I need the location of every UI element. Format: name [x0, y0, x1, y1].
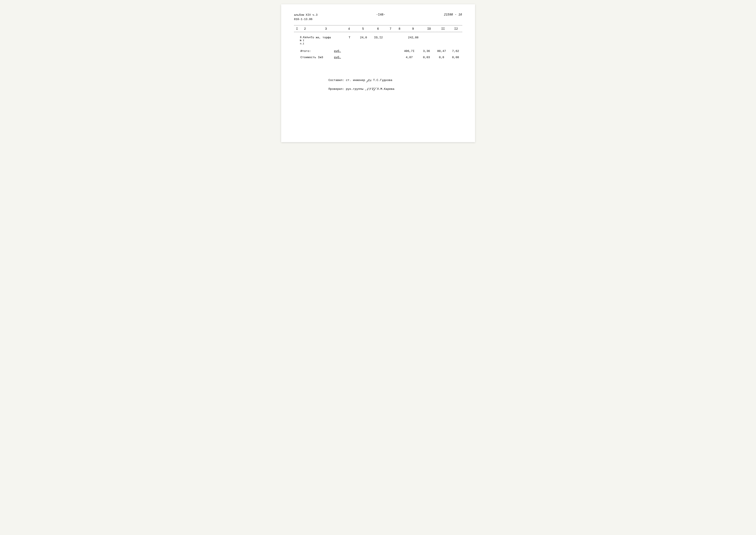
footer-area: Составил: ст. инженер 𝒻𝑡𝑛 Т.С.Гудкова Пр… — [329, 76, 462, 93]
album-info: альбом XIV ч.3 810-1-13.86 — [294, 13, 318, 21]
summary-values-total: 406,7I 3,36 80,47 7,62 — [400, 49, 462, 53]
cost-col9: 4,07 — [400, 56, 419, 59]
col-header-8: 8 — [395, 27, 404, 31]
summary-values-cost: 4,07 0,03 0,8 0,08 — [400, 56, 462, 59]
total-col12: 7,62 — [449, 49, 462, 53]
checked-name: Л.М.Карева — [377, 86, 394, 92]
column-headers: I 2 3 4 5 6 7 8 9 IO II I2 — [294, 26, 462, 32]
total-col11: 80,47 — [434, 49, 449, 53]
row-quantity: 24,0 — [357, 36, 370, 39]
col-header-2: 2 — [300, 27, 310, 31]
col-header-7: 7 — [386, 27, 395, 31]
cost-col11: 0,8 — [434, 56, 449, 59]
row-description: То же, торфа — [311, 36, 342, 39]
summary-rows: Итого: руб. 406,7I 3,36 80,47 7,62 Стоим… — [294, 49, 462, 59]
checked-label: Проверил: рук.группы — [329, 86, 363, 92]
col-header-5: 5 — [356, 27, 370, 31]
header-area: альбом XIV ч.3 810-1-13.86 -I48- 21598 -… — [294, 13, 462, 21]
row-entry-sub2: п.I — [300, 42, 304, 45]
page-number: -I48- — [376, 13, 385, 16]
table-row: 8.Кальк. № I п.I То же, торфа Т 24,0 IO,… — [294, 34, 462, 46]
checked-line: Проверил: рук.группы 𝒩𝒱𝒞𝒻 Л.М.Карева — [329, 85, 462, 93]
col-header-10: IO — [422, 27, 436, 31]
summary-row-cost: Стоимость Iм3 руб. 4,07 0,03 0,8 0,08 — [294, 56, 462, 59]
divider-top — [294, 25, 462, 25]
col-header-9: 9 — [404, 27, 422, 31]
compiled-name: Т.С.Гудкова — [373, 77, 392, 84]
total-col10: 3,36 — [419, 49, 434, 53]
col-header-4: 4 — [342, 27, 356, 31]
summary-label-cost: Стоимость Iм3 — [294, 56, 334, 59]
summary-label-total: Итого: — [294, 49, 334, 53]
col-header-11: II — [436, 27, 450, 31]
row-price: IO,I2 — [370, 36, 386, 39]
cost-col10: 0,03 — [419, 56, 434, 59]
col-header-6: 6 — [370, 27, 386, 31]
row-entry-sub1: № I — [300, 39, 304, 42]
compiled-line: Составил: ст. инженер 𝒻𝑡𝑛 Т.С.Гудкова — [329, 76, 462, 84]
cost-col12: 0,08 — [449, 56, 462, 59]
col-header-1: I — [294, 27, 300, 31]
album-label: альбом XIV ч.3 — [294, 13, 318, 17]
summary-unit-cost: руб. — [334, 56, 345, 59]
col-header-3: 3 — [310, 27, 342, 31]
row-total: 242,88 — [404, 36, 422, 39]
row-unit: Т — [342, 36, 357, 39]
row-entry-num: 8.Кальк. — [300, 36, 312, 39]
summary-row-total: Итого: руб. 406,7I 3,36 80,47 7,62 — [294, 49, 462, 53]
document-page: альбом XIV ч.3 810-1-13.86 -I48- 21598 -… — [281, 4, 475, 142]
compiled-signature: 𝒻𝑡𝑛 — [367, 76, 372, 84]
summary-unit-total: руб. — [334, 49, 345, 53]
col-header-12: I2 — [450, 27, 462, 31]
checked-signature: 𝒩𝒱𝒞𝒻 — [365, 85, 375, 94]
album-sub: 810-1-13.86 — [294, 17, 318, 21]
doc-number: 21598 - 16 — [444, 13, 462, 16]
compiled-label: Составил: ст. инженер — [329, 77, 365, 84]
total-col9: 406,7I — [400, 49, 419, 53]
row-col2: 8.Кальк. № I п.I — [300, 36, 311, 46]
